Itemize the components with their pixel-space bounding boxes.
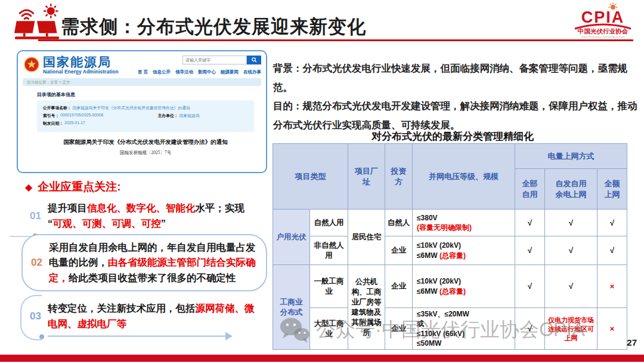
cell-sub-non-natural-person: 非自然人用	[310, 236, 348, 265]
item-01-text: 提升项目信息化、数字化、智能化水平；实现“可观、可测、可调、可控”	[48, 201, 244, 231]
page-number: 27	[627, 337, 637, 347]
title-underline	[38, 39, 633, 41]
info-box: 公开事项名称： 国家能源局关于印发《分布式光伏发电开发建设管理办法》的通知 索引…	[37, 100, 254, 132]
cell-group-residential: 户用光伏	[273, 210, 310, 265]
intro-background: 背景：分布式光伏发电行业快速发展，但面临接网消纳、备案管理等问题，亟需规范。	[273, 59, 639, 97]
focus-item-03: 03 转变定位，关注新技术应用，包括源网荷储、微电网、虚拟电厂等	[24, 297, 264, 336]
nav-item-home[interactable]: 首 页	[138, 69, 148, 75]
nav-item-online[interactable]: 在线办事	[243, 69, 261, 75]
focus-item-01: 01 提升项目信息化、数字化、智能化水平；实现“可观、可测、可调、可控”	[30, 201, 268, 231]
table-row: 工商业分布式 一般工商业 公共机构、工商业厂房等建筑物及其附属场所 企业 ≤10…	[273, 265, 627, 308]
cell-site-commercial: 公共机构、工商业厂房等建筑物及其附属场所	[348, 265, 385, 350]
intro-text: 背景：分布式光伏发电行业快速发展，但面临接网消纳、备案管理等问题，亟需规范。 目…	[273, 59, 639, 135]
cell-voltage: ≤35kV、≤20MW或≤110kV (66kV)≤50MW	[413, 308, 515, 350]
search-input[interactable]	[182, 56, 247, 64]
col-header-voltage: 并网电压等级、规模	[413, 144, 515, 210]
item-02-number: 02	[31, 257, 42, 269]
cpia-logo: CPIA 中国光伏行业协会 China Photovoltaic Industr…	[565, 2, 640, 38]
field-org-label: 主办单位：	[158, 113, 178, 119]
search-button[interactable]	[247, 56, 261, 64]
field-org-value: 国家能源局	[179, 113, 200, 119]
table-row: 户用光伏 自然人用 居民住宅 自然人 ≤380V(容量无明确限制) √ √ √	[273, 210, 627, 236]
nea-site-name-en: National Energy Administration	[43, 69, 119, 75]
page-title: 需求侧：分布式光伏发展迎来新变化	[61, 14, 366, 39]
cell-group-commercial: 工商业分布式	[273, 265, 310, 350]
table-title: 对分布式光伏的最新分类管理精细化	[273, 130, 633, 143]
item-03-number: 03	[30, 310, 41, 322]
cell-mark: √	[515, 265, 545, 308]
cell-mark: ×	[597, 265, 627, 308]
cell-voltage: ≤380V(容量无明确限制)	[413, 210, 515, 236]
notice-number: 国能发新能规〔2025〕7号	[37, 150, 254, 156]
col-header-investor: 投资方	[385, 144, 413, 210]
cell-sub-large-commercial: 大型工商业	[310, 308, 348, 350]
field-name-label: 公开事项名称：	[43, 105, 72, 111]
diamond-bullet-icon: ◆	[25, 182, 32, 193]
cell-mark-note: 仅电力现货市场连续运行地区可上网	[545, 308, 597, 350]
cell-sub-general-commercial: 一般工商业	[310, 265, 348, 308]
table-row: 大型工商业 企业 ≤35kV、≤20MW或≤110kV (66kV)≤50MW …	[273, 308, 627, 350]
col-header-project-type: 项目类型	[273, 144, 348, 210]
col-header-all-self-use: 全部自用	[515, 169, 545, 210]
cell-mark: √	[545, 265, 597, 308]
slide: 需求侧：分布式光伏发展迎来新变化 CPIA 中国光伏行业协会 China Pho…	[0, 0, 644, 363]
cell-sub-natural-person: 自然人用	[310, 210, 348, 236]
item-03-text: 转变定位，关注新技术应用，包括源网荷储、微电网、虚拟电厂等	[48, 301, 264, 331]
cell-mark: √	[597, 236, 627, 265]
col-header-site: 项目厂址	[348, 144, 385, 210]
breadcrumb[interactable]: 您当前位置：首页 > 正文	[23, 78, 261, 86]
nav-item-energy[interactable]: 能源要闻	[221, 69, 239, 75]
nav-item-leaders[interactable]: 领导活动	[175, 69, 193, 75]
field-name-value: 国家能源局关于印发《分布式光伏发电开发建设管理办法》的通知	[73, 105, 190, 111]
cell-voltage: ≤10kV (20kV)≤6MW (总容量)	[413, 265, 515, 308]
cell-mark: √	[545, 236, 597, 265]
cell-mark: √	[515, 308, 545, 350]
table-row: 非自然人用 企业 ≤10kV (20kV)≤6MW (总容量) √ √ √	[273, 236, 627, 265]
arrow-line	[48, 336, 227, 337]
col-header-full-grid: 全额上网	[597, 169, 627, 210]
info-section-title: 目录项的基本信息	[37, 91, 254, 98]
focus-item-02: 02 采用自发自用余电上网的，年自发自用电量占发电量的比例，由各省级能源主管部门…	[21, 234, 267, 291]
cpia-name-en: China Photovoltaic Industry Association	[581, 35, 625, 38]
solar-panel-icon	[14, 4, 61, 43]
col-header-self-use-surplus: 自发自用余电上网	[545, 169, 597, 210]
national-emblem-icon	[24, 57, 39, 72]
bottom-red-bar	[0, 355, 644, 362]
notice-title: 国家能源局关于印发《分布式光伏发电开发建设管理办法》的通知	[37, 139, 254, 146]
nav-item-news[interactable]: 新闻中心	[198, 69, 216, 75]
focus-heading: ◆ 企业应重点关注:	[25, 179, 121, 195]
field-index-label: 索引号：	[43, 113, 59, 119]
nea-website-screenshot: 国家能源局 National Energy Administration 首 页…	[17, 50, 267, 173]
field-date-value: 2025-01-17	[64, 121, 85, 127]
cell-mark: √	[515, 236, 545, 265]
nea-nav: 首 页 信息公开 领导活动 新闻中心 能源要闻 在线办事	[135, 69, 261, 75]
cell-investor: 企业	[385, 236, 413, 265]
nea-site-name: 国家能源局	[43, 56, 119, 69]
cell-mark: ×	[597, 308, 627, 350]
decor-dot-blue	[39, 334, 44, 339]
cell-mark: √	[515, 210, 545, 236]
item-02-text: 采用自发自用余电上网的，年自发自用电量占发电量的比例，由各省级能源主管部门结合实…	[49, 240, 261, 286]
item-01-number: 01	[30, 210, 41, 222]
field-date-label: 制发日期：	[43, 121, 63, 127]
col-header-grid-mode: 电量上网方式	[515, 144, 627, 169]
cell-investor: 企业	[385, 308, 413, 350]
classification-table: 项目类型 项目厂址 投资方 并网电压等级、规模 电量上网方式 全部自用 自发自用…	[273, 143, 627, 350]
search-icon	[252, 57, 257, 63]
cell-investor: 企业	[385, 265, 413, 308]
arrow-right-icon	[225, 332, 233, 340]
cpia-name-cn: 中国光伏行业协会	[578, 27, 628, 35]
cell-site-residential: 居民住宅	[348, 210, 385, 265]
cell-mark: √	[545, 210, 597, 236]
cell-mark: √	[597, 210, 627, 236]
focus-heading-text: 企业应重点关注:	[38, 179, 120, 195]
field-index-value: 000019705/2025-00006	[60, 113, 103, 119]
cell-investor: 自然人	[385, 210, 413, 236]
nav-item-info[interactable]: 信息公开	[153, 69, 171, 75]
cell-voltage: ≤10kV (20kV)≤6MW (总容量)	[413, 236, 515, 265]
